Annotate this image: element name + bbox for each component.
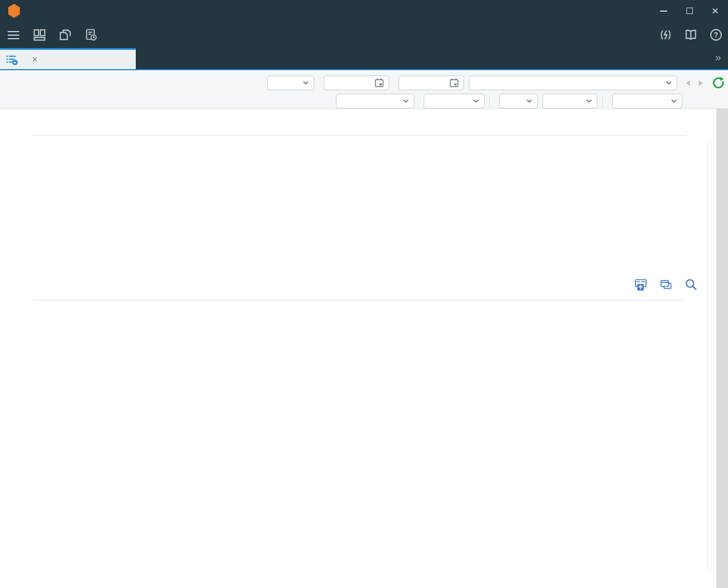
chevron-down-icon: [665, 81, 672, 85]
reports-button[interactable]: [83, 28, 98, 43]
filter-bar: [0, 71, 728, 109]
divider: [489, 95, 490, 107]
table-header: [0, 109, 716, 135]
chevron-down-icon: [526, 99, 533, 103]
report-clock-icon: [84, 28, 98, 42]
refresh-button[interactable]: [712, 77, 724, 89]
auto-refresh-select[interactable]: [612, 94, 682, 108]
close-button[interactable]: ✕: [702, 0, 728, 22]
maximize-button[interactable]: [677, 0, 702, 22]
redpoint-logo-icon: [8, 4, 20, 18]
svg-text:?: ?: [713, 31, 717, 39]
state-select[interactable]: [336, 94, 414, 108]
search-input[interactable]: [475, 79, 661, 87]
to-date-input[interactable]: [399, 76, 464, 90]
help-button[interactable]: ?: [708, 28, 723, 43]
hamburger-icon: [6, 28, 20, 42]
show-select[interactable]: [267, 76, 314, 90]
expanded-row-detail: [32, 135, 686, 300]
method-select[interactable]: [424, 94, 485, 108]
docs-button[interactable]: [683, 28, 698, 43]
table-scrollbar-thumb[interactable]: [707, 139, 712, 572]
tab-overflow-chevrons[interactable]: »: [715, 52, 721, 64]
close-icon: ✕: [712, 6, 719, 15]
duplicate-button[interactable]: [660, 278, 672, 291]
dashboard-button[interactable]: [32, 28, 47, 43]
search-box: [469, 76, 677, 90]
pages-button[interactable]: [57, 28, 73, 43]
chevron-down-icon: [473, 99, 479, 103]
search-results-button[interactable]: [685, 278, 698, 291]
calendar-icon: [449, 78, 459, 88]
report-table: [0, 109, 716, 588]
maximize-icon: [686, 8, 693, 14]
pages-icon: [58, 28, 73, 42]
menu-button[interactable]: [6, 28, 21, 43]
next-page-button[interactable]: [697, 79, 705, 87]
chevron-down-icon: [671, 99, 677, 103]
help-icon: ?: [709, 28, 723, 42]
scrollbar-track: [716, 109, 728, 588]
tab-close-icon[interactable]: ✕: [32, 55, 38, 64]
chevron-down-icon: [303, 81, 309, 85]
minimize-icon: [660, 11, 667, 12]
order-direction-select[interactable]: [542, 94, 597, 108]
previous-page-button[interactable]: [684, 79, 692, 87]
layout-icon: [32, 28, 47, 42]
from-date-input[interactable]: [324, 76, 389, 90]
order-by-select[interactable]: [499, 94, 538, 108]
divider: [602, 95, 603, 107]
title-bar: ✕: [0, 0, 728, 22]
chevron-down-icon: [586, 99, 592, 103]
main-toolbar: ?: [0, 22, 728, 48]
tab-published-content-report[interactable]: ✕: [0, 48, 136, 69]
client-name: [0, 22, 728, 48]
report-list-icon: [6, 54, 18, 66]
minimize-button[interactable]: [651, 0, 677, 22]
chevron-down-icon: [403, 99, 409, 103]
publish-asset-button[interactable]: [634, 278, 647, 291]
tab-bar: ✕ »: [0, 48, 728, 70]
book-icon: [684, 28, 698, 42]
connection-button[interactable]: [658, 28, 673, 43]
calendar-icon: [375, 78, 384, 88]
power-pulse-icon: [658, 28, 673, 42]
